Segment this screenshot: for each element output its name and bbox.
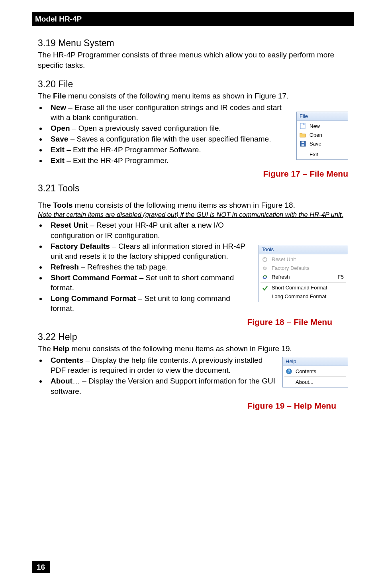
help-bullet-list: Contents – Display the help file content…: [38, 355, 277, 396]
list-item: Short Command Format – Set unit to short…: [47, 273, 253, 293]
list-item: Exit – Exit the HR-4P Programmer Softwar…: [47, 145, 291, 155]
menu-item-new[interactable]: New: [297, 122, 348, 130]
section-intro-file: The File menu consists of the following …: [38, 91, 348, 101]
section-intro-tools: The Tools menu consists of the following…: [38, 200, 348, 210]
menu-item-short-cmd[interactable]: Short Command Format: [259, 283, 348, 292]
svg-marker-9: [262, 277, 264, 279]
file-menu-title[interactable]: File: [297, 112, 348, 121]
list-item: New – Erase all the user configuration s…: [47, 102, 291, 122]
list-item: Refresh – Refreshes the tab page.: [47, 262, 253, 272]
menu-separator: [284, 376, 346, 377]
section-title-menu-system: 3.19 Menu System: [38, 37, 348, 49]
reset-icon: [261, 257, 268, 262]
menu-separator: [261, 282, 346, 283]
menu-item-contents[interactable]: ? Contents: [283, 367, 348, 376]
menu-item-open[interactable]: Open: [297, 130, 348, 139]
list-item: Exit – Exit the HR-4P Programmer.: [47, 155, 291, 165]
menu-item-exit[interactable]: Exit: [297, 150, 348, 159]
list-item: Factory Defaults – Clears all informatio…: [47, 241, 253, 261]
svg-text:?: ?: [288, 369, 290, 374]
list-item: Open – Open a previously saved configura…: [47, 123, 291, 133]
menu-item-save[interactable]: Save: [297, 139, 348, 148]
section-title-help: 3.22 Help: [38, 331, 348, 343]
tools-note: Note that certain items are disabled (gr…: [38, 211, 348, 219]
menu-item-factory-defaults[interactable]: Factory Defaults: [259, 264, 348, 273]
new-page-icon: [299, 123, 306, 129]
section-title-file: 3.20 File: [38, 78, 348, 90]
list-item: About… – Display the Version and Support…: [47, 376, 277, 396]
help-menu-title[interactable]: Help: [283, 357, 348, 366]
gear-icon: [261, 265, 268, 271]
tools-menu-screenshot: Tools Reset Unit Factory Defaults: [259, 245, 348, 302]
model-header: Model HR-4P: [32, 12, 354, 26]
tools-bullet-list: Reset Unit – Reset your HR-4P unit after…: [38, 220, 253, 313]
help-icon: ?: [285, 368, 292, 374]
section-intro-menu-system: The HR-4P Programmer consists of three m…: [38, 50, 348, 70]
figure-caption-help: Figure 19 – Help Menu: [38, 400, 348, 411]
figure-caption-tools: Figure 18 – File Menu: [38, 317, 348, 328]
tools-menu-title[interactable]: Tools: [259, 245, 348, 254]
save-disk-icon: [299, 141, 306, 147]
list-item: Save – Saves a configuration file with t…: [47, 134, 291, 144]
menu-item-about[interactable]: About...: [283, 378, 348, 386]
section-intro-help: The Help menu consists of the following …: [38, 344, 348, 354]
svg-rect-2: [302, 142, 304, 143]
svg-rect-3: [302, 144, 304, 146]
help-menu-screenshot: Help ? Contents About...: [282, 357, 348, 387]
menu-separator: [298, 149, 346, 149]
list-item: Contents – Display the help file content…: [47, 355, 277, 375]
section-title-tools: 3.21 Tools: [38, 182, 348, 194]
refresh-arrows-icon: [261, 274, 268, 280]
menu-item-reset-unit[interactable]: Reset Unit: [259, 255, 348, 264]
list-item: Long Command Format – Set unit to long c…: [47, 293, 253, 313]
menu-item-refresh[interactable]: Refresh F5: [259, 273, 348, 281]
figure-caption-file: Figure 17 – File Menu: [38, 168, 348, 179]
list-item: Reset Unit – Reset your HR-4P unit after…: [47, 220, 253, 240]
check-icon: [261, 285, 268, 291]
svg-point-7: [264, 267, 266, 269]
file-bullet-list: New – Erase all the user configuration s…: [38, 102, 291, 165]
svg-marker-8: [266, 275, 267, 277]
model-header-text: Model HR-4P: [35, 15, 82, 23]
menu-item-long-cmd[interactable]: Long Command Format: [259, 292, 348, 301]
open-folder-icon: [299, 132, 306, 138]
svg-rect-0: [300, 123, 305, 129]
page-number: 16: [32, 561, 50, 573]
file-menu-screenshot: File New Open: [296, 112, 348, 160]
